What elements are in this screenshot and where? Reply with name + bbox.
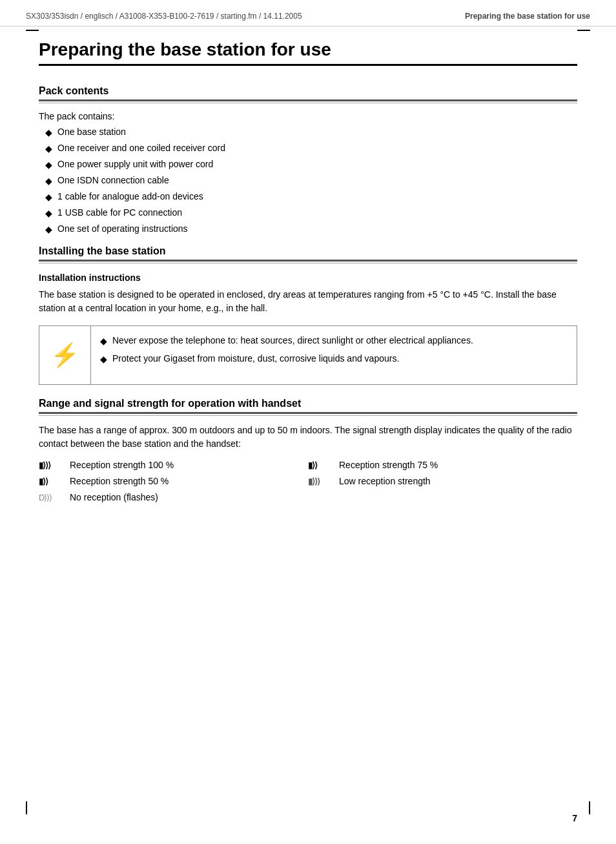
- range-para: The base has a range of approx. 300 m ou…: [39, 424, 577, 451]
- warning-box: ⚡ ◆ Never expose the telephone to: heat …: [39, 325, 577, 385]
- bullet-icon: ◆: [45, 223, 52, 236]
- bullet-icon: ◆: [100, 335, 107, 348]
- main-content: Preparing the base station for use Pack …: [0, 26, 616, 530]
- pack-contents-list: ◆ One base station ◆ One receiver and on…: [45, 125, 577, 236]
- warning-item-1: Never expose the telephone to: heat sour…: [112, 334, 473, 347]
- installation-para: The base station is designed to be opera…: [39, 288, 577, 315]
- header-section-title: Preparing the base station for use: [465, 12, 590, 21]
- pack-item-2: One receiver and one coiled receiver cor…: [57, 141, 225, 155]
- list-item: ◆ One receiver and one coiled receiver c…: [45, 141, 577, 156]
- pack-item-7: One set of operating instructions: [57, 222, 188, 236]
- signal-strength-grid: ▮⟩⟩⟩ Reception strength 100 % ▮⟩⟩ Recept…: [39, 458, 577, 504]
- pack-item-3: One power supply unit with power cord: [57, 158, 213, 171]
- list-item: ◆ One ISDN connection cable: [45, 174, 577, 188]
- signal-label-2: Reception strength 50 %: [70, 475, 169, 488]
- warning-content: ◆ Never expose the telephone to: heat so…: [91, 326, 482, 384]
- signal-label-5: No reception (flashes): [70, 491, 158, 504]
- page: SX303/353isdn / englisch / A31008-X353-B…: [0, 0, 616, 844]
- signal-icon-5: D⟩⟩⟩: [39, 491, 63, 504]
- list-item: ◆ One set of operating instructions: [45, 222, 577, 236]
- list-item: ◆ 1 cable for analogue add-on devices: [45, 190, 577, 204]
- section-installing: Installing the base station Installation…: [39, 245, 577, 385]
- signal-row: ▮⟩⟩ Reception strength 75 %: [308, 458, 577, 472]
- page-header: SX303/353isdn / englisch / A31008-X353-B…: [0, 0, 616, 26]
- section-range: Range and signal strength for operation …: [39, 398, 577, 504]
- section-divider-thin-1: [39, 103, 577, 103]
- lightning-icon: ⚡: [50, 342, 79, 369]
- list-item: ◆ One base station: [45, 125, 577, 139]
- bullet-icon: ◆: [45, 142, 52, 156]
- signal-icon-3: ▮⟩⟩: [308, 459, 333, 472]
- section-divider-thin-3: [39, 415, 577, 416]
- warning-list: ◆ Never expose the telephone to: heat so…: [100, 334, 473, 366]
- pack-item-5: 1 cable for analogue add-on devices: [57, 190, 203, 203]
- pack-item-4: One ISDN connection cable: [57, 174, 169, 187]
- bullet-icon: ◆: [45, 207, 52, 220]
- page-number: 7: [572, 813, 577, 823]
- section-divider-2: [39, 260, 577, 262]
- signal-icon-4: ▮⟩⟩⟩: [308, 475, 333, 488]
- bullet-icon: ◆: [45, 126, 52, 139]
- signal-col-right: ▮⟩⟩ Reception strength 75 % ▮⟩⟩⟩ Low rec…: [308, 458, 577, 504]
- pack-item-6: 1 USB cable for PC connection: [57, 206, 182, 220]
- section-divider-1: [39, 99, 577, 101]
- signal-icon-2: ▮⟩⟩: [39, 475, 63, 488]
- bullet-icon: ◆: [100, 353, 107, 366]
- section-pack-contents: Pack contents The pack contains: ◆ One b…: [39, 85, 577, 236]
- pack-intro: The pack contains:: [39, 111, 577, 121]
- main-title: Preparing the base station for use: [39, 39, 577, 66]
- bullet-icon: ◆: [45, 190, 52, 204]
- corner-mark-bl: [26, 801, 27, 814]
- bullet-icon: ◆: [45, 158, 52, 172]
- corner-mark-br: [589, 801, 590, 814]
- section-divider-3: [39, 412, 577, 414]
- signal-row: D⟩⟩⟩ No reception (flashes): [39, 491, 308, 504]
- signal-row: ▮⟩⟩ Reception strength 50 %: [39, 475, 308, 488]
- signal-icon-1: ▮⟩⟩⟩: [39, 459, 63, 472]
- list-item: ◆ One power supply unit with power cord: [45, 158, 577, 172]
- corner-mark-tr: [577, 30, 590, 31]
- pack-item-1: One base station: [57, 125, 126, 139]
- warning-icon-cell: ⚡: [39, 326, 91, 384]
- installing-heading: Installing the base station: [39, 245, 577, 260]
- list-item: ◆ Never expose the telephone to: heat so…: [100, 334, 473, 348]
- signal-row: ▮⟩⟩⟩ Low reception strength: [308, 475, 577, 488]
- list-item: ◆ 1 USB cable for PC connection: [45, 206, 577, 220]
- signal-label-1: Reception strength 100 %: [70, 458, 174, 472]
- corner-mark-tl: [26, 30, 39, 31]
- pack-contents-heading: Pack contents: [39, 85, 577, 99]
- bullet-icon: ◆: [45, 174, 52, 188]
- signal-col-left: ▮⟩⟩⟩ Reception strength 100 % ▮⟩⟩ Recept…: [39, 458, 308, 504]
- range-heading: Range and signal strength for operation …: [39, 398, 577, 412]
- section-divider-thin-2: [39, 263, 577, 263]
- header-metadata: SX303/353isdn / englisch / A31008-X353-B…: [26, 12, 302, 21]
- list-item: ◆ Protect your Gigaset from moisture, du…: [100, 352, 473, 366]
- installation-instructions-heading: Installation instructions: [39, 273, 577, 283]
- signal-label-3: Reception strength 75 %: [339, 458, 438, 472]
- signal-label-4: Low reception strength: [339, 475, 431, 488]
- signal-row: ▮⟩⟩⟩ Reception strength 100 %: [39, 458, 308, 472]
- warning-item-2: Protect your Gigaset from moisture, dust…: [112, 352, 399, 365]
